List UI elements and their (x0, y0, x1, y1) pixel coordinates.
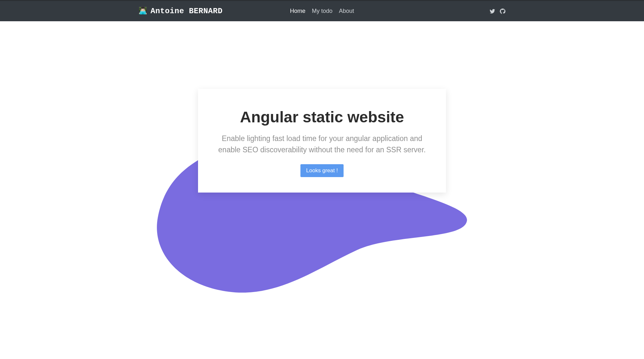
nav-link-home[interactable]: Home (290, 8, 305, 14)
nav-links: Home My todo About (290, 8, 354, 14)
brand-link[interactable]: 👨🏻‍💻 Antoine BERNARD (138, 7, 223, 15)
nav-social (489, 8, 506, 14)
navbar: 👨🏻‍💻 Antoine BERNARD Home My todo About (0, 0, 644, 21)
nav-link-about[interactable]: About (339, 8, 354, 14)
hero-section: Angular static website Enable lighting f… (0, 89, 644, 324)
nav-link-mytodo[interactable]: My todo (312, 8, 332, 14)
navbar-inner: 👨🏻‍💻 Antoine BERNARD Home My todo About (138, 7, 506, 15)
cta-button[interactable]: Looks great ! (300, 164, 344, 177)
twitter-icon[interactable] (489, 8, 495, 14)
github-icon[interactable] (500, 8, 506, 14)
brand-first-name: Antoine (151, 7, 184, 15)
brand-last-name: BERNARD (189, 7, 223, 15)
hero-title: Angular static website (213, 108, 431, 126)
hero-card: Angular static website Enable lighting f… (198, 89, 446, 193)
hero-subtitle: Enable lighting fast load time for your … (213, 133, 431, 155)
developer-emoji-icon: 👨🏻‍💻 (138, 8, 147, 15)
